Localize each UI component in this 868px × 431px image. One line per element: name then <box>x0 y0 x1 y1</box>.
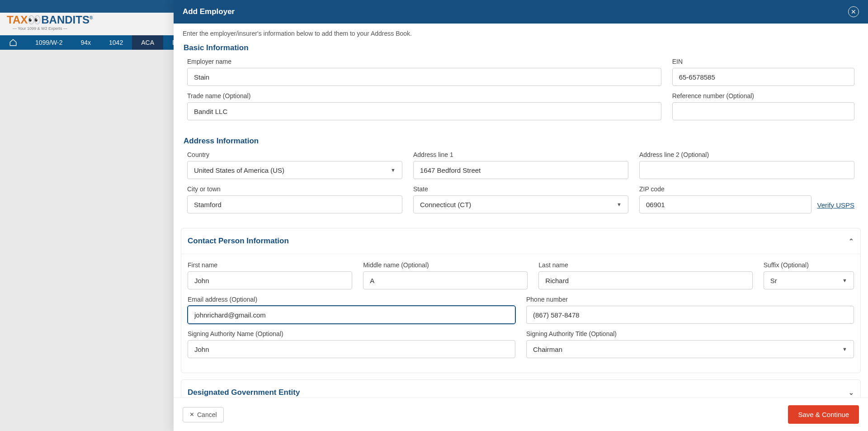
chevron-down-icon: ▼ <box>842 346 847 352</box>
cancel-button[interactable]: ✕ Cancel <box>183 407 224 422</box>
country-value: United States of America (US) <box>194 166 284 174</box>
chevron-down-icon: ▼ <box>391 167 396 173</box>
modal-footer: ✕ Cancel Save & Continue <box>174 398 868 431</box>
chevron-down-icon: ▼ <box>842 278 847 283</box>
address1-label: Address line 1 <box>413 151 628 158</box>
govt-section: Designated Government Entity ⌄ <box>181 379 861 398</box>
state-select[interactable]: Connecticut (CT) ▼ <box>413 195 628 213</box>
reference-number-label: Reference number (Optional) <box>672 92 854 99</box>
contact-section: Contact Person Information ⌃ First name … <box>181 228 861 373</box>
reference-number-input[interactable] <box>672 102 854 120</box>
state-label: State <box>413 185 628 193</box>
section-basic-title: Basic Information <box>181 42 861 56</box>
suffix-value: Sr <box>770 277 777 284</box>
email-label: Email address (Optional) <box>188 296 515 303</box>
phone-input[interactable] <box>526 306 854 324</box>
cancel-label: Cancel <box>197 411 217 418</box>
modal-subtitle: Enter the employer/insurer's information… <box>174 24 868 42</box>
zip-label: ZIP code <box>639 185 811 193</box>
chevron-up-icon: ⌃ <box>849 237 854 245</box>
city-label: City or town <box>187 185 402 193</box>
chevron-down-icon: ▼ <box>617 202 622 207</box>
add-employer-modal: Add Employer ✕ Enter the employer/insure… <box>174 0 868 431</box>
email-input[interactable] <box>188 306 515 324</box>
city-input[interactable] <box>187 195 402 213</box>
employer-name-label: Employer name <box>187 58 661 65</box>
phone-label: Phone number <box>526 296 854 303</box>
trade-name-label: Trade name (Optional) <box>187 92 661 99</box>
section-contact-title: Contact Person Information <box>188 237 289 246</box>
modal-header: Add Employer ✕ <box>174 0 868 24</box>
suffix-label: Suffix (Optional) <box>764 261 854 269</box>
section-address-title: Address Information <box>181 135 861 149</box>
verify-usps-link[interactable]: Verify USPS <box>817 201 854 213</box>
basic-info-form: Employer name EIN Trade name (Optional) … <box>181 56 861 135</box>
section-govt-title: Designated Government Entity <box>188 388 300 397</box>
country-select[interactable]: United States of America (US) ▼ <box>187 161 402 179</box>
address2-input[interactable] <box>639 161 854 179</box>
save-continue-button[interactable]: Save & Continue <box>788 405 859 424</box>
ein-label: EIN <box>672 58 854 65</box>
address-form: Country United States of America (US) ▼ … <box>181 149 861 228</box>
zip-input[interactable] <box>639 195 811 213</box>
sign-title-label: Signing Authority Title (Optional) <box>526 330 854 337</box>
employer-name-input[interactable] <box>187 68 661 86</box>
suffix-select[interactable]: Sr ▼ <box>764 271 854 289</box>
first-name-label: First name <box>188 261 352 269</box>
close-icon: ✕ <box>189 411 194 418</box>
sign-name-label: Signing Authority Name (Optional) <box>188 330 515 337</box>
sign-name-input[interactable] <box>188 340 515 358</box>
section-govt-header[interactable]: Designated Government Entity ⌄ <box>181 380 860 398</box>
country-label: Country <box>187 151 402 158</box>
section-contact-header[interactable]: Contact Person Information ⌃ <box>181 228 860 254</box>
close-icon: ✕ <box>851 8 856 15</box>
last-name-label: Last name <box>538 261 752 269</box>
sign-title-value: Chairman <box>533 346 562 353</box>
trade-name-input[interactable] <box>187 102 661 120</box>
first-name-input[interactable] <box>188 271 352 289</box>
middle-name-label: Middle name (Optional) <box>363 261 528 269</box>
modal-title: Add Employer <box>183 7 235 16</box>
middle-name-input[interactable] <box>363 271 528 289</box>
modal-body: Basic Information Employer name EIN Trad… <box>174 42 868 398</box>
close-button[interactable]: ✕ <box>848 6 859 17</box>
state-value: Connecticut (CT) <box>420 201 471 208</box>
chevron-down-icon: ⌄ <box>849 389 854 396</box>
sign-title-select[interactable]: Chairman ▼ <box>526 340 854 358</box>
last-name-input[interactable] <box>538 271 752 289</box>
address1-input[interactable] <box>413 161 628 179</box>
contact-form: First name Middle name (Optional) Last n… <box>181 254 860 373</box>
address2-label: Address line 2 (Optional) <box>639 151 854 158</box>
ein-input[interactable] <box>672 68 854 86</box>
